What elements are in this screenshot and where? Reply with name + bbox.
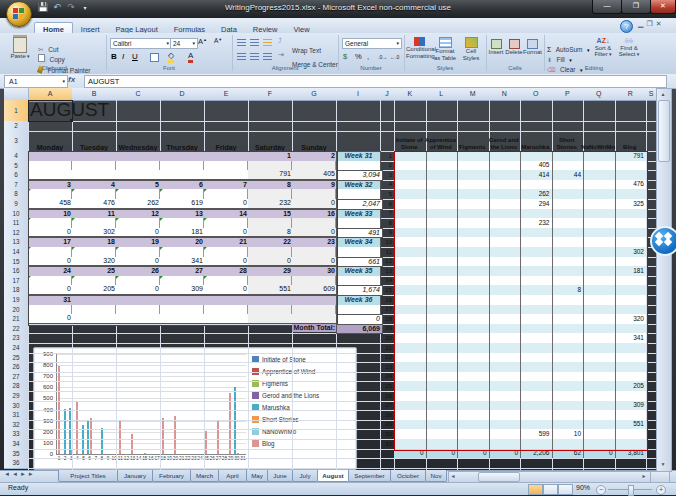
calendar-empty-cell[interactable] (116, 218, 160, 228)
calendar-value-cell[interactable] (72, 314, 118, 324)
calendar-empty-cell[interactable] (28, 305, 72, 315)
calendar-value-cell[interactable]: 0 (248, 257, 294, 267)
redo-icon[interactable]: ↷ (64, 2, 78, 12)
column-header-D[interactable]: D (160, 88, 205, 101)
row-header-36[interactable]: 36 (4, 458, 29, 469)
project-value-cell[interactable]: 232 (520, 220, 552, 227)
calendar-value-cell[interactable]: 232 (248, 199, 294, 209)
calendar-empty-cell[interactable] (248, 218, 292, 228)
calendar-value-cell[interactable]: 0 (28, 228, 74, 238)
project-value-cell[interactable]: 341 (615, 335, 647, 342)
calendar-empty-cell[interactable] (116, 276, 160, 286)
indent-icon[interactable]: ⇥ (278, 51, 284, 59)
project-value-cell[interactable]: 476 (615, 181, 647, 188)
calendar-empty-cell[interactable] (72, 276, 116, 286)
calendar-value-cell[interactable]: 309 (160, 285, 206, 295)
project-value-cell[interactable]: 8 (552, 287, 584, 294)
calendar-value-cell[interactable]: 205 (72, 285, 118, 295)
orientation-icon[interactable]: ⤴ (278, 37, 282, 44)
align-center-icon[interactable] (250, 53, 259, 60)
project-value-cell[interactable]: 294 (520, 201, 552, 208)
undo-icon[interactable]: ↶ (50, 2, 64, 12)
calendar-empty-cell[interactable] (160, 161, 204, 171)
format-cells-button[interactable]: Format (523, 39, 541, 56)
align-bottom-icon[interactable] (263, 39, 272, 46)
calendar-empty-cell[interactable] (204, 247, 248, 257)
calendar-empty-cell[interactable] (116, 247, 160, 257)
format-as-table-button[interactable]: Format as Table (432, 37, 458, 61)
italic-button[interactable]: I (122, 52, 124, 61)
calendar-value-cell[interactable] (116, 170, 162, 180)
project-value-cell[interactable]: 309 (615, 402, 647, 409)
office-button[interactable] (6, 1, 32, 27)
project-value-cell[interactable]: 325 (615, 201, 647, 208)
calendar-empty-cell[interactable] (72, 161, 116, 171)
project-value-cell[interactable]: 262 (520, 191, 552, 198)
fill-color-button[interactable]: ◇ (168, 51, 174, 60)
hscroll-left-arrow[interactable]: ◄ (449, 472, 457, 480)
calendar-empty-cell[interactable] (72, 247, 116, 257)
calendar-value-cell[interactable]: 0 (28, 314, 74, 324)
tab-nav-buttons[interactable]: ◄◄►► (4, 471, 56, 481)
calendar-value-cell[interactable]: 181 (160, 228, 206, 238)
save-icon[interactable]: 💾 (36, 2, 50, 12)
row-header-1[interactable]: 1 (4, 100, 29, 122)
calendar-value-cell[interactable]: 0 (292, 228, 338, 238)
column-header-R[interactable]: R (615, 88, 648, 101)
align-left-icon[interactable] (237, 53, 246, 60)
calendar-empty-cell[interactable] (292, 276, 336, 286)
hscroll-right-arrow[interactable]: ► (640, 472, 648, 480)
cell-styles-button[interactable]: Cell Styles (458, 37, 484, 61)
zoom-in-button[interactable]: + (656, 485, 666, 495)
calendar-value-cell[interactable]: 0 (292, 199, 338, 209)
calendar-empty-cell[interactable] (160, 247, 204, 257)
calendar-value-cell[interactable]: 341 (160, 257, 206, 267)
column-header-L[interactable]: L (426, 88, 459, 101)
row-header-3[interactable]: 3 (4, 131, 29, 152)
calendar-value-cell[interactable]: 0 (28, 285, 74, 295)
calendar-value-cell[interactable] (28, 170, 74, 180)
calendar-value-cell[interactable]: 0 (204, 228, 250, 238)
calendar-empty-cell[interactable] (160, 305, 204, 315)
align-top-icon[interactable] (237, 39, 246, 46)
calendar-value-cell[interactable] (292, 314, 338, 324)
calendar-empty-cell[interactable] (204, 218, 248, 228)
calendar-empty-cell[interactable] (160, 218, 204, 228)
column-header-Q[interactable]: Q (583, 88, 616, 101)
calendar-value-cell[interactable]: 619 (160, 199, 206, 209)
calendar-empty-cell[interactable] (116, 189, 160, 199)
calendar-value-cell[interactable]: 0 (204, 199, 250, 209)
qat-dropdown-icon[interactable]: ▾ (78, 4, 92, 11)
sheet-tab-september[interactable]: September (348, 470, 391, 482)
project-value-cell[interactable]: 551 (615, 421, 647, 428)
shrink-font-button[interactable]: A▼ (214, 37, 222, 44)
column-header-E[interactable]: E (204, 88, 249, 101)
calendar-value-cell[interactable] (160, 170, 206, 180)
calendar-value-cell[interactable]: 791 (248, 170, 294, 180)
insert-cells-button[interactable]: Insert (487, 39, 505, 56)
sheet-tab-nov[interactable]: Nov (425, 470, 447, 482)
font-color-button[interactable]: A (188, 51, 193, 60)
sheet-tab-april[interactable]: April (218, 470, 247, 482)
calendar-empty-cell[interactable] (292, 247, 336, 257)
calendar-value-cell[interactable]: 0 (116, 285, 162, 295)
minimize-button[interactable]: — (592, 0, 622, 14)
maximize-button[interactable]: ❐ (621, 0, 651, 14)
project-value-cell[interactable]: 302 (615, 249, 647, 256)
sheet-tab-june[interactable]: June (267, 470, 293, 482)
help-icon[interactable]: ? (620, 20, 633, 33)
calendar-empty-cell[interactable] (248, 247, 292, 257)
horizontal-scroll-thumb[interactable] (478, 472, 520, 482)
workbook-window-controls[interactable]: ▁❐✕ (638, 20, 665, 28)
sheet-tab-february[interactable]: February (152, 470, 191, 482)
calendar-empty-cell[interactable] (28, 218, 72, 228)
currency-button[interactable]: $ (343, 52, 347, 61)
calendar-value-cell[interactable]: 458 (28, 199, 74, 209)
column-header-I[interactable]: I (336, 88, 381, 101)
column-header-P[interactable]: P (552, 88, 585, 101)
name-box[interactable]: A1▾ (4, 75, 68, 88)
calendar-empty-cell[interactable] (116, 305, 160, 315)
calendar-value-cell[interactable] (204, 170, 250, 180)
zoom-slider-thumb[interactable] (628, 485, 634, 496)
calendar-empty-cell[interactable] (72, 218, 116, 228)
